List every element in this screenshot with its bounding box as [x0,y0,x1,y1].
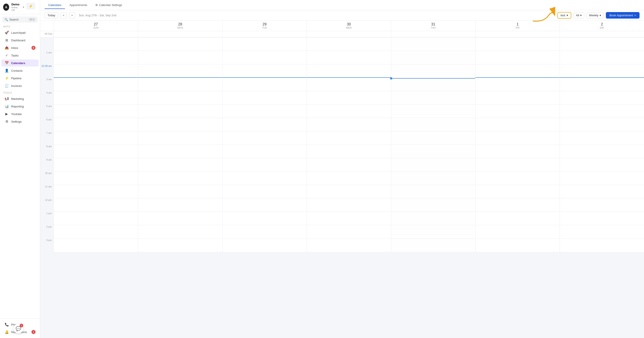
cell-2pm-mon[interactable] [138,225,222,238]
cell-1pm-wed[interactable] [306,212,391,225]
cell-7am-thu[interactable] [391,131,475,144]
cell-10am-mon[interactable] [138,171,222,185]
sidebar-item-launchpad[interactable]: 🚀 Launchpad [1,29,38,36]
cell-9am-mon[interactable] [138,158,222,171]
cell-2pm-thu[interactable] [391,225,475,238]
cell-1pm-sat[interactable] [560,212,644,225]
cell-1pm-thu[interactable] [391,212,475,225]
cell-7am-sat[interactable] [560,131,644,144]
cell-8am-wed[interactable] [306,144,391,158]
cell-5am-mon[interactable] [138,104,222,118]
allday-cell-thu[interactable] [391,31,475,37]
cell-7am-mon[interactable] [138,131,222,144]
cell-1am-wed[interactable] [306,51,391,64]
lightning-button[interactable]: ⚡ [26,3,35,10]
cell-11am-mon[interactable] [138,185,222,198]
cell-8am-tue[interactable] [222,144,306,158]
chat-widget[interactable]: 💬 1 [14,324,23,333]
cell-3am-tue[interactable] [222,78,306,91]
cell-9am-fri[interactable] [475,158,560,171]
cell-6am-thu[interactable] [391,118,475,131]
sidebar-item-youtube[interactable]: ▶ Youtube [1,110,38,117]
cell-5am-sat[interactable] [560,104,644,118]
cell-3am-sun[interactable] [54,78,138,91]
cell-3pm-sat[interactable] [560,238,644,252]
cell-3pm-mon[interactable] [138,238,222,252]
cell-10am-fri[interactable] [475,171,560,185]
sidebar-item-invoices[interactable]: 🧾 Invoices [1,82,38,89]
sidebar-item-dashboard[interactable]: ⊞ Dashboard [1,37,38,44]
prev-button[interactable]: < [60,12,67,19]
cell-4am-wed[interactable] [306,91,391,104]
allday-cell-tue[interactable] [222,31,306,37]
cell-3am-fri[interactable] [475,78,560,91]
cell-2pm-wed[interactable] [306,225,391,238]
cell-3am-mon[interactable] [138,78,222,91]
cell-4am-tue[interactable] [222,91,306,104]
cell-12pm-fri[interactable] [475,198,560,212]
cell-9am-tue[interactable] [222,158,306,171]
cell-1am-sat[interactable] [560,51,644,64]
cell-6am-sun[interactable] [54,118,138,131]
cell-4am-sat[interactable] [560,91,644,104]
cell-6am-mon[interactable] [138,118,222,131]
cell-10am-sat[interactable] [560,171,644,185]
cell-3am-sat[interactable] [560,78,644,91]
cell-7am-sun[interactable] [54,131,138,144]
cell-12am-thu[interactable] [391,37,475,51]
filter-dropdown[interactable]: All ▾ [574,12,584,18]
cell-7am-fri[interactable] [475,131,560,144]
cell-3am-thu[interactable] [391,78,475,91]
cell-10am-thu[interactable] [391,171,475,185]
cell-12pm-mon[interactable] [138,198,222,212]
cell-8am-sun[interactable] [54,144,138,158]
cell-11am-sat[interactable] [560,185,644,198]
cell-7am-wed[interactable] [306,131,391,144]
cell-3pm-tue[interactable] [222,238,306,252]
cell-12pm-tue[interactable] [222,198,306,212]
cell-2pm-fri[interactable] [475,225,560,238]
cell-4am-thu[interactable] [391,91,475,104]
cell-3am-wed[interactable] [306,78,391,91]
next-button[interactable]: > [69,12,75,19]
brand[interactable]: A Demo Irvine, CA ▾ [3,3,24,12]
allday-cell-fri[interactable] [475,31,560,37]
cell-1am-sun[interactable] [54,51,138,64]
cell-1am-thu[interactable] [391,51,475,64]
cell-3pm-thu[interactable] [391,238,475,252]
cell-4am-fri[interactable] [475,91,560,104]
cell-3pm-wed[interactable] [306,238,391,252]
cell-2pm-sat[interactable] [560,225,644,238]
cell-6am-fri[interactable] [475,118,560,131]
cell-1pm-tue[interactable] [222,212,306,225]
cell-2am-sun[interactable] [54,64,138,78]
cell-10am-sun[interactable] [54,171,138,185]
cell-11am-fri[interactable] [475,185,560,198]
cell-2am-thu[interactable] [391,64,475,78]
cell-8am-sat[interactable] [560,144,644,158]
cell-1pm-mon[interactable] [138,212,222,225]
tab-appointments[interactable]: Appointments [66,2,91,9]
cell-12pm-wed[interactable] [306,198,391,212]
cell-6am-tue[interactable] [222,118,306,131]
tab-calendar-settings[interactable]: ⚙ Calendar Settings [92,2,126,9]
cell-11am-tue[interactable] [222,185,306,198]
cell-1am-mon[interactable] [138,51,222,64]
cell-5am-thu[interactable] [391,104,475,118]
cell-5am-wed[interactable] [306,104,391,118]
cell-3pm-fri[interactable] [475,238,560,252]
cell-12am-wed[interactable] [306,37,391,51]
cell-2pm-tue[interactable] [222,225,306,238]
cell-12am-tue[interactable] [222,37,306,51]
cell-8am-mon[interactable] [138,144,222,158]
cell-1am-tue[interactable] [222,51,306,64]
cell-11am-wed[interactable] [306,185,391,198]
time-grid[interactable]: 1 am 01:58 am [40,37,644,338]
today-button[interactable]: Today [45,12,58,18]
cell-12am-sat[interactable] [560,37,644,51]
sidebar-item-inbox[interactable]: 📥 Inbox 0 [1,44,38,51]
view-dropdown[interactable]: Weekly ▾ [586,12,604,18]
cell-4am-mon[interactable] [138,91,222,104]
allday-cell-sun[interactable] [54,31,138,37]
cell-1pm-fri[interactable] [475,212,560,225]
